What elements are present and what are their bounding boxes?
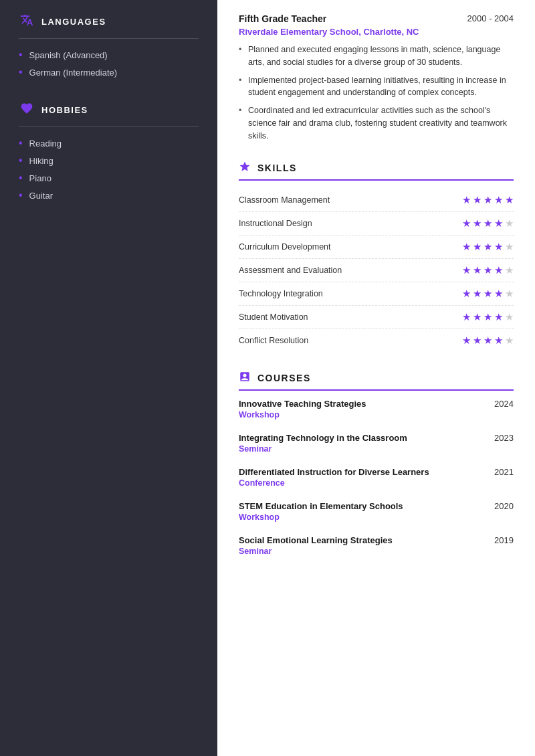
languages-title: LANGUAGES bbox=[41, 17, 106, 27]
course-name: Social Emotional Learning Strategies bbox=[239, 535, 393, 545]
courses-header: COURSES bbox=[239, 371, 514, 391]
hobby-item: Hiking bbox=[19, 155, 199, 166]
skill-name: Instructional Design bbox=[239, 219, 312, 228]
courses-section: COURSES Innovative Teaching Strategies20… bbox=[239, 371, 514, 556]
skill-row: Student Motivation★★★★★ bbox=[239, 306, 514, 329]
skill-stars: ★★★★★ bbox=[462, 264, 514, 276]
course-year: 2020 bbox=[494, 501, 514, 511]
languages-list: Spanish (Advanced)German (Intermediate) bbox=[19, 50, 199, 78]
skill-row: Technology Integration★★★★★ bbox=[239, 282, 514, 306]
skill-stars: ★★★★★ bbox=[462, 194, 514, 206]
star-filled: ★ bbox=[484, 335, 492, 347]
exp-bullet: Planned and executed engaging lessons in… bbox=[239, 43, 514, 69]
star-filled: ★ bbox=[473, 335, 481, 347]
skill-stars: ★★★★★ bbox=[462, 311, 514, 323]
star-filled: ★ bbox=[473, 264, 481, 276]
course-name: STEM Education in Elementary Schools bbox=[239, 501, 403, 511]
hobby-item: Guitar bbox=[19, 190, 199, 201]
exp-dates: 2000 - 2004 bbox=[467, 13, 514, 23]
hobby-item: Reading bbox=[19, 138, 199, 149]
star-filled: ★ bbox=[494, 241, 503, 253]
skill-stars: ★★★★★ bbox=[462, 288, 514, 300]
exp-header: Fifth Grade Teacher 2000 - 2004 bbox=[239, 13, 514, 24]
hobbies-icon bbox=[19, 102, 35, 118]
star-filled: ★ bbox=[462, 194, 471, 206]
language-item: Spanish (Advanced) bbox=[19, 50, 199, 60]
skills-section: SKILLS Classroom Management★★★★★Instruct… bbox=[239, 161, 514, 352]
sidebar: LANGUAGES Spanish (Advanced)German (Inte… bbox=[0, 0, 217, 756]
hobbies-title: HOBBIES bbox=[41, 105, 88, 115]
star-empty: ★ bbox=[505, 288, 514, 300]
exp-company: Riverdale Elementary School, Charlotte, … bbox=[239, 27, 514, 37]
experience-block: Fifth Grade Teacher 2000 - 2004 Riverdal… bbox=[239, 13, 514, 142]
course-name: Innovative Teaching Strategies bbox=[239, 399, 366, 409]
course-type: Workshop bbox=[239, 512, 514, 522]
star-filled: ★ bbox=[462, 241, 471, 253]
skill-name: Curriculum Development bbox=[239, 242, 331, 252]
course-year: 2024 bbox=[494, 399, 514, 409]
star-filled: ★ bbox=[462, 335, 471, 347]
courses-icon bbox=[239, 371, 251, 385]
skill-name: Classroom Management bbox=[239, 195, 330, 205]
star-filled: ★ bbox=[494, 288, 503, 300]
star-empty: ★ bbox=[505, 311, 514, 323]
star-empty: ★ bbox=[505, 335, 514, 347]
course-header: Innovative Teaching Strategies2024 bbox=[239, 399, 514, 409]
skill-row: Curriculum Development★★★★★ bbox=[239, 235, 514, 259]
course-type: Seminar bbox=[239, 444, 514, 454]
course-type: Workshop bbox=[239, 410, 514, 419]
course-name: Integrating Technology in the Classroom bbox=[239, 433, 407, 443]
exp-bullet: Coordinated and led extracurricular acti… bbox=[239, 104, 514, 142]
course-header: Differentiated Instruction for Diverse L… bbox=[239, 467, 514, 477]
languages-divider bbox=[19, 38, 199, 39]
skills-list: Classroom Management★★★★★Instructional D… bbox=[239, 189, 514, 352]
course-type: Seminar bbox=[239, 547, 514, 556]
star-filled: ★ bbox=[462, 288, 471, 300]
skill-stars: ★★★★★ bbox=[462, 335, 514, 347]
languages-section: LANGUAGES Spanish (Advanced)German (Inte… bbox=[19, 13, 199, 78]
skills-header: SKILLS bbox=[239, 161, 514, 181]
course-header: STEM Education in Elementary Schools2020 bbox=[239, 501, 514, 511]
skills-title: SKILLS bbox=[257, 163, 297, 173]
star-filled: ★ bbox=[473, 194, 481, 206]
star-filled: ★ bbox=[494, 194, 503, 206]
skills-icon bbox=[239, 161, 251, 175]
star-filled: ★ bbox=[494, 217, 503, 229]
star-filled: ★ bbox=[473, 288, 481, 300]
course-year: 2019 bbox=[494, 535, 514, 545]
star-filled: ★ bbox=[494, 335, 503, 347]
skill-row: Assessment and Evaluation★★★★★ bbox=[239, 259, 514, 282]
course-year: 2021 bbox=[494, 467, 514, 477]
star-filled: ★ bbox=[462, 264, 471, 276]
star-filled: ★ bbox=[484, 241, 492, 253]
star-empty: ★ bbox=[505, 264, 514, 276]
languages-header: LANGUAGES bbox=[19, 13, 199, 30]
course-header: Integrating Technology in the Classroom2… bbox=[239, 433, 514, 443]
course-block: Social Emotional Learning Strategies2019… bbox=[239, 535, 514, 556]
star-filled: ★ bbox=[505, 194, 514, 206]
course-name: Differentiated Instruction for Diverse L… bbox=[239, 467, 429, 477]
exp-bullets: Planned and executed engaging lessons in… bbox=[239, 43, 514, 142]
skill-row: Instructional Design★★★★★ bbox=[239, 212, 514, 235]
skill-name: Technology Integration bbox=[239, 289, 323, 298]
star-empty: ★ bbox=[505, 241, 514, 253]
skill-stars: ★★★★★ bbox=[462, 241, 514, 253]
skill-name: Assessment and Evaluation bbox=[239, 266, 342, 275]
skill-name: Student Motivation bbox=[239, 312, 308, 322]
course-year: 2023 bbox=[494, 433, 514, 443]
hobbies-header: HOBBIES bbox=[19, 102, 199, 118]
course-type: Conference bbox=[239, 478, 514, 488]
course-block: Innovative Teaching Strategies2024Worksh… bbox=[239, 399, 514, 419]
star-filled: ★ bbox=[473, 241, 481, 253]
hobby-item: Piano bbox=[19, 173, 199, 183]
star-filled: ★ bbox=[484, 311, 492, 323]
star-empty: ★ bbox=[505, 217, 514, 229]
star-filled: ★ bbox=[473, 217, 481, 229]
star-filled: ★ bbox=[484, 194, 492, 206]
course-header: Social Emotional Learning Strategies2019 bbox=[239, 535, 514, 545]
star-filled: ★ bbox=[462, 217, 471, 229]
exp-job-title: Fifth Grade Teacher bbox=[239, 13, 326, 24]
languages-icon bbox=[19, 13, 35, 30]
language-item: German (Intermediate) bbox=[19, 67, 199, 78]
star-filled: ★ bbox=[484, 264, 492, 276]
